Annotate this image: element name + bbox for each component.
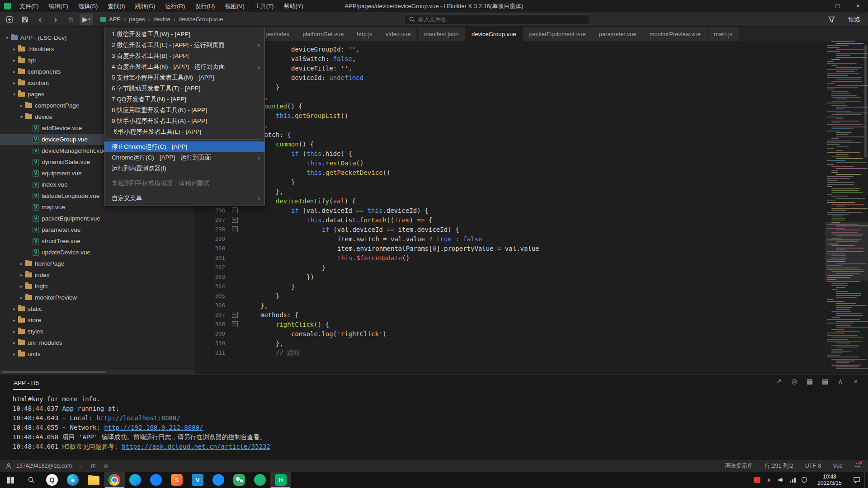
run-menu-item[interactable]: 5 支付宝小程序开发者工具(M) - [APP] [104, 72, 264, 83]
code-line-310[interactable]: 310}, [194, 338, 825, 348]
volume-icon[interactable] [775, 472, 787, 488]
code-line-281[interactable]: 281deviceTitle: '', [194, 63, 825, 73]
fold-icon[interactable] [230, 312, 240, 318]
show-hidden-icons-button[interactable]: ∧ [763, 472, 775, 488]
taskbar-app-browser360[interactable] [250, 472, 270, 488]
run-menu-item[interactable]: 飞书小程序开发者工具(L) - [APP] [104, 127, 264, 137]
console-link[interactable]: http://localhost:8080/ [96, 414, 180, 422]
code-line-305[interactable]: 305} [194, 291, 825, 300]
run-menu-item[interactable]: 1 微信开发者工具(W) - [APP] [104, 29, 264, 40]
run-button[interactable]: ▶▾ [80, 14, 93, 25]
breadcrumb-item[interactable]: deviceGroup.vue [179, 16, 223, 23]
tree-item-uni_modules[interactable]: ▸uni_modules [0, 337, 194, 348]
close-button[interactable]: × [848, 0, 868, 12]
run-menu-item[interactable]: 4 百度开发者工具(N) - [APP] - 运行到页面› [104, 61, 264, 72]
encoding-status[interactable]: UTF-8 [805, 463, 821, 469]
forward-button[interactable]: › [49, 14, 62, 25]
code-line-299[interactable]: 299item.switch = val.value ? true : fals… [194, 234, 825, 244]
globe-icon[interactable]: ⊕ [102, 463, 110, 469]
sidebar-horizontal-scrollbar[interactable] [0, 370, 194, 374]
code-line-283[interactable]: 283} [194, 82, 825, 92]
minimize-button[interactable]: ─ [807, 0, 827, 12]
notification-bell-icon[interactable] [854, 462, 862, 469]
console-link[interactable]: https://ask.dcloud.net.cn/article/35232 [122, 443, 270, 450]
run-menu-item[interactable]: 停止Chrome运行(C) - [APP] [104, 141, 264, 152]
run-menu-item[interactable]: 自定义菜单› [104, 193, 264, 204]
taskbar-app-chrome[interactable] [104, 472, 125, 488]
run-menu-item[interactable]: 2 微信开发者工具(E) - [APP] - 运行到页面› [104, 40, 264, 51]
security-shield-icon[interactable] [798, 472, 810, 488]
taskbar-app-sogou[interactable]: S [166, 472, 187, 488]
tree-item-login[interactable]: ▸login [0, 281, 194, 292]
tree-item-packetEquipment.vue[interactable]: VpacketEquipment.vue [0, 213, 194, 224]
start-button[interactable] [0, 472, 21, 488]
tree-item-units[interactable]: ▸units [0, 348, 194, 360]
open-in-browser-icon[interactable]: ↗ [775, 377, 783, 385]
run-menu-item[interactable]: 8 快应用联盟开发者工具(K) - [APP] [104, 105, 264, 116]
code-line-294[interactable]: 294}, [194, 187, 825, 196]
taskbar-app-qq[interactable]: Q [42, 472, 62, 488]
language-mode[interactable]: Vue [833, 463, 843, 469]
code-line-309[interactable]: 309console.log('rightClick') [194, 329, 825, 338]
code-line-280[interactable]: 280valSwitch: false, [194, 54, 825, 63]
tree-item-updateDevice.vue[interactable]: VupdateDevice.vue [0, 247, 194, 258]
menubar-item-3[interactable]: 选择(S) [73, 0, 103, 12]
cursor-position[interactable]: 行:291 列:2 [765, 462, 793, 470]
code-line-307[interactable]: 307methods: { [194, 310, 825, 319]
fold-icon[interactable] [230, 217, 240, 223]
tab-manifest.json[interactable]: manifest.json [418, 27, 466, 41]
action-center-button[interactable] [849, 472, 864, 488]
taskbar-search-button[interactable] [21, 472, 42, 488]
run-menu-item[interactable]: 3 百度开发者工具(B) - [APP] [104, 51, 264, 61]
taskbar-app-feishu[interactable] [125, 472, 146, 488]
menubar-item-5[interactable]: 跳转(G) [130, 0, 160, 12]
breadcrumb-item[interactable]: APP [109, 16, 121, 23]
back-button[interactable]: ‹ [33, 14, 47, 25]
scrollbar-thumb[interactable] [2, 371, 106, 373]
code-line-303[interactable]: 303}) [194, 272, 825, 282]
taskbar-app-hbuilderx[interactable]: H [270, 472, 291, 488]
run-menu-item[interactable]: 7 QQ开发者工具(N) - [APP] [104, 94, 264, 105]
network-icon[interactable] [787, 472, 798, 488]
save-button[interactable] [18, 14, 32, 25]
code-line-306[interactable]: 306}, [194, 300, 825, 310]
tab-parameter.vue[interactable]: parameter.vue [592, 27, 643, 41]
tray-app-icon[interactable] [751, 472, 763, 488]
taskbar-app-explorer[interactable] [83, 472, 104, 488]
editor-scrollbar-thumb[interactable] [864, 45, 867, 158]
code-line-290[interactable]: 290if (this.hide) { [194, 149, 825, 158]
code-line-296[interactable]: 296if (val.deviceId == this.deviceId) { [194, 206, 825, 215]
tree-item-styles[interactable]: ▸styles [0, 326, 194, 337]
code-editor[interactable]: 279deviceGroupId: '',280valSwitch: false… [194, 41, 825, 374]
code-line-295[interactable]: 295deviceIdentify(val) { [194, 196, 825, 206]
tree-item-store[interactable]: ▸store [0, 314, 194, 326]
search-input[interactable] [418, 16, 586, 23]
code-line-304[interactable]: 304} [194, 282, 825, 291]
code-line-311[interactable]: 311// 跳转 [194, 348, 825, 357]
code-line-279[interactable]: 279deviceGroupId: '', [194, 44, 825, 54]
tab-video.vue[interactable]: video.vue [379, 27, 418, 41]
syntax-library-status[interactable]: 语法提示库 [725, 462, 753, 470]
tab-deviceGroup.vue[interactable]: deviceGroup.vue [465, 27, 523, 41]
new-file-button[interactable] [3, 14, 16, 25]
code-line-298[interactable]: 298if (val.deviceId == item.deviceId) { [194, 225, 825, 234]
code-line-282[interactable]: 282deviceId: undefined [194, 73, 825, 82]
fold-icon[interactable] [230, 321, 240, 327]
tree-item-monitorPreview[interactable]: ▸monitorPreview [0, 292, 194, 303]
code-line-301[interactable]: 301this.$forceUpdate() [194, 253, 825, 263]
run-menu-item[interactable]: 6 字节跳动开发者工具(T) - [APP] [104, 83, 264, 94]
fold-icon[interactable] [230, 226, 240, 232]
code-line-300[interactable]: 300item.environmentalParams[0].propertyV… [194, 244, 825, 253]
code-line-284[interactable]: 284}, [194, 92, 825, 101]
close-panel-icon[interactable]: × [852, 377, 860, 385]
tree-item-homePage[interactable]: ▸homePage [0, 258, 194, 269]
taskbar-app-qqbrowser[interactable] [208, 472, 229, 488]
breadcrumb-item[interactable]: device [153, 16, 170, 23]
breadcrumb-item[interactable]: pages [129, 16, 145, 23]
minimap[interactable] [825, 41, 868, 374]
collapse-panel-icon[interactable]: ∧ [836, 377, 844, 385]
code-line-287[interactable]: 287}, [194, 120, 825, 130]
code-line-302[interactable]: 302} [194, 263, 825, 272]
code-line-293[interactable]: 293} [194, 177, 825, 187]
run-menu-item[interactable]: 9 快手小程序开发者工具(A) - [APP] [104, 116, 264, 127]
